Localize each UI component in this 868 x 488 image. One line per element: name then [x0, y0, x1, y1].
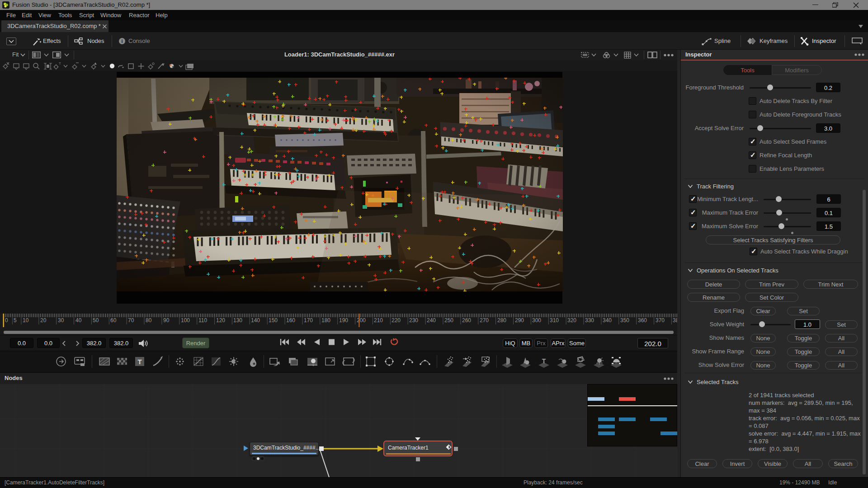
- svg-text:120: 120: [216, 317, 225, 324]
- svg-text:270: 270: [480, 317, 489, 324]
- svg-text:280: 280: [497, 317, 506, 324]
- svg-text:180: 180: [321, 317, 330, 324]
- svg-text:60: 60: [110, 317, 117, 324]
- svg-text:330: 330: [585, 317, 594, 324]
- svg-text:110: 110: [198, 317, 207, 324]
- svg-text:30: 30: [58, 317, 64, 324]
- svg-text:200: 200: [357, 317, 366, 324]
- svg-text:70: 70: [128, 317, 134, 324]
- svg-text:290: 290: [515, 317, 524, 324]
- svg-text:260: 260: [462, 317, 471, 324]
- svg-text:i: i: [121, 38, 123, 44]
- svg-text:240: 240: [427, 317, 436, 324]
- svg-text:250: 250: [444, 317, 453, 324]
- svg-text:300: 300: [532, 317, 541, 324]
- svg-text:100: 100: [181, 317, 190, 324]
- svg-text:170: 170: [304, 317, 313, 324]
- svg-text:190: 190: [339, 317, 348, 324]
- svg-text:90: 90: [163, 317, 170, 324]
- svg-text:310: 310: [550, 317, 559, 324]
- svg-text:130: 130: [233, 317, 242, 324]
- svg-text:160: 160: [286, 317, 295, 324]
- svg-text:150: 150: [269, 317, 278, 324]
- svg-text:5: 5: [14, 317, 17, 324]
- svg-text:0: 0: [5, 317, 8, 324]
- svg-text:50: 50: [93, 317, 99, 324]
- svg-text:T: T: [542, 357, 546, 365]
- svg-text:T: T: [59, 61, 61, 66]
- svg-text:80: 80: [146, 317, 152, 324]
- svg-text:40: 40: [75, 317, 82, 324]
- svg-text:320: 320: [567, 317, 576, 324]
- svg-text:140: 140: [251, 317, 260, 324]
- svg-text:10: 10: [23, 317, 29, 324]
- svg-text:20: 20: [40, 317, 47, 324]
- svg-text:230: 230: [409, 317, 418, 324]
- svg-text:220: 220: [392, 317, 401, 324]
- svg-text:T: T: [137, 358, 142, 366]
- svg-text:210: 210: [374, 317, 383, 324]
